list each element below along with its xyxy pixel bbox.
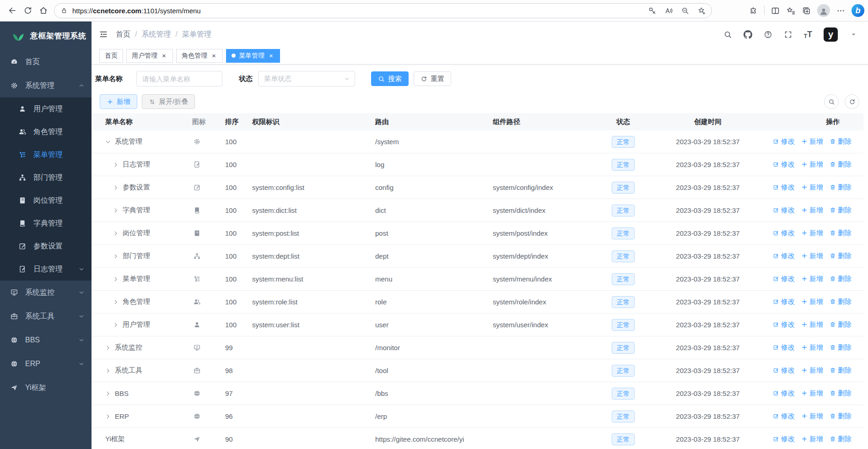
split-screen-icon[interactable] xyxy=(771,6,780,16)
sidebar-item-系统管理[interactable]: 系统管理 xyxy=(0,74,92,97)
add-link[interactable]: 新增 xyxy=(801,252,823,260)
bing-chat-icon[interactable]: b xyxy=(852,4,864,17)
expand-right-icon[interactable] xyxy=(113,254,119,259)
password-key-icon[interactable] xyxy=(648,6,657,15)
add-link[interactable]: 新增 xyxy=(801,298,823,306)
delete-link[interactable]: 删除 xyxy=(830,252,852,260)
close-icon[interactable]: × xyxy=(268,52,275,59)
edit-link[interactable]: 修改 xyxy=(773,252,795,260)
browser-essentials-icon[interactable] xyxy=(749,6,758,16)
delete-link[interactable]: 删除 xyxy=(830,160,852,169)
edit-link[interactable]: 修改 xyxy=(773,160,795,169)
font-size-icon[interactable]: TT xyxy=(804,30,812,39)
edit-link[interactable]: 修改 xyxy=(773,389,795,398)
sidebar-item-首页[interactable]: 首页 xyxy=(0,50,92,74)
edit-link[interactable]: 修改 xyxy=(773,206,795,215)
sidebar-item-BBS[interactable]: BBS xyxy=(0,328,92,352)
delete-link[interactable]: 删除 xyxy=(830,183,852,192)
breadcrumb-item[interactable]: 菜单管理 xyxy=(182,30,211,39)
delete-link[interactable]: 删除 xyxy=(830,275,852,283)
collections-icon[interactable] xyxy=(802,6,811,16)
delete-link[interactable]: 删除 xyxy=(830,389,852,398)
expand-right-icon[interactable] xyxy=(113,322,119,328)
delete-link[interactable]: 删除 xyxy=(830,298,852,306)
expand-right-icon[interactable] xyxy=(105,368,111,373)
sidebar-item-部门管理[interactable]: 部门管理 xyxy=(0,166,92,189)
profile-avatar[interactable] xyxy=(817,4,830,17)
sidebar-item-岗位管理[interactable]: 岗位管理 xyxy=(0,189,92,212)
delete-link[interactable]: 删除 xyxy=(830,137,852,146)
favorites-icon[interactable] xyxy=(786,6,796,16)
delete-link[interactable]: 删除 xyxy=(830,435,852,444)
edit-link[interactable]: 修改 xyxy=(773,183,795,192)
delete-link[interactable]: 删除 xyxy=(830,320,852,329)
expand-right-icon[interactable] xyxy=(113,276,119,282)
add-link[interactable]: 新增 xyxy=(801,137,823,146)
help-icon[interactable] xyxy=(764,30,772,39)
edit-link[interactable]: 修改 xyxy=(773,275,795,283)
avatar-caret-icon[interactable] xyxy=(849,30,858,39)
edit-link[interactable]: 修改 xyxy=(773,320,795,329)
add-link[interactable]: 新增 xyxy=(801,389,823,398)
delete-link[interactable]: 删除 xyxy=(830,412,852,421)
expand-right-icon[interactable] xyxy=(105,345,111,351)
sidebar-item-字典管理[interactable]: 字典管理 xyxy=(0,212,92,235)
close-icon[interactable]: × xyxy=(161,52,167,59)
user-avatar[interactable]: y xyxy=(824,27,838,42)
sidebar-item-日志管理[interactable]: 日志管理 xyxy=(0,258,92,281)
url-text[interactable]: https://ccnetcore.com:1101/system/menu xyxy=(72,7,201,15)
tab-用户管理[interactable]: 用户管理× xyxy=(126,49,173,63)
expand-collapse-button[interactable]: 展开/折叠 xyxy=(142,94,195,109)
edit-link[interactable]: 修改 xyxy=(773,343,795,352)
github-icon[interactable] xyxy=(744,30,752,39)
add-link[interactable]: 新增 xyxy=(801,366,823,375)
add-link[interactable]: 新增 xyxy=(801,320,823,329)
refresh-table-button[interactable] xyxy=(845,94,859,109)
breadcrumb-item[interactable]: 系统管理 xyxy=(141,30,171,39)
sidebar-item-Yi框架[interactable]: Yi框架 xyxy=(0,376,92,400)
search-button[interactable]: 搜索 xyxy=(371,71,409,86)
add-link[interactable]: 新增 xyxy=(801,343,823,352)
tab-菜单管理[interactable]: 菜单管理× xyxy=(226,49,280,63)
tab-首页[interactable]: 首页 xyxy=(99,49,123,63)
edit-link[interactable]: 修改 xyxy=(773,137,795,146)
add-link[interactable]: 新增 xyxy=(801,160,823,169)
show-search-button[interactable] xyxy=(824,94,839,109)
edit-link[interactable]: 修改 xyxy=(773,366,795,375)
sidebar-item-参数设置[interactable]: 参数设置 xyxy=(0,235,92,258)
tab-角色管理[interactable]: 角色管理× xyxy=(176,49,223,63)
edit-link[interactable]: 修改 xyxy=(773,435,795,444)
sidebar-fold-icon[interactable] xyxy=(99,30,108,39)
browser-refresh-icon[interactable] xyxy=(20,3,36,18)
menu-name-input[interactable] xyxy=(136,71,222,87)
expand-right-icon[interactable] xyxy=(113,162,119,168)
expand-right-icon[interactable] xyxy=(105,391,111,396)
reset-button[interactable]: 重置 xyxy=(414,71,451,86)
sidebar-item-ERP[interactable]: ERP xyxy=(0,352,92,376)
add-favorite-star-icon[interactable] xyxy=(697,6,706,15)
sidebar-item-用户管理[interactable]: 用户管理 xyxy=(0,97,92,120)
fullscreen-icon[interactable] xyxy=(784,30,793,39)
sidebar-item-菜单管理[interactable]: 菜单管理 xyxy=(0,143,92,166)
sidebar-item-角色管理[interactable]: 角色管理 xyxy=(0,120,92,143)
add-link[interactable]: 新增 xyxy=(801,275,823,283)
browser-back-icon[interactable] xyxy=(5,3,20,18)
zoom-out-icon[interactable] xyxy=(681,6,690,15)
expand-right-icon[interactable] xyxy=(113,208,119,213)
add-link[interactable]: 新增 xyxy=(801,206,823,215)
header-search-icon[interactable] xyxy=(723,30,732,39)
delete-link[interactable]: 删除 xyxy=(830,343,852,352)
edit-link[interactable]: 修改 xyxy=(773,412,795,421)
close-icon[interactable]: × xyxy=(210,52,217,59)
expand-right-icon[interactable] xyxy=(105,414,111,419)
add-link[interactable]: 新增 xyxy=(801,412,823,421)
edit-link[interactable]: 修改 xyxy=(773,298,795,306)
delete-link[interactable]: 删除 xyxy=(830,366,852,375)
sidebar-item-系统工具[interactable]: 系统工具 xyxy=(0,304,92,328)
expand-down-icon[interactable] xyxy=(105,139,111,145)
delete-link[interactable]: 删除 xyxy=(830,206,852,215)
add-link[interactable]: 新增 xyxy=(801,183,823,192)
add-link[interactable]: 新增 xyxy=(801,229,823,238)
add-link[interactable]: 新增 xyxy=(801,435,823,444)
settings-more-icon[interactable] xyxy=(836,6,846,16)
